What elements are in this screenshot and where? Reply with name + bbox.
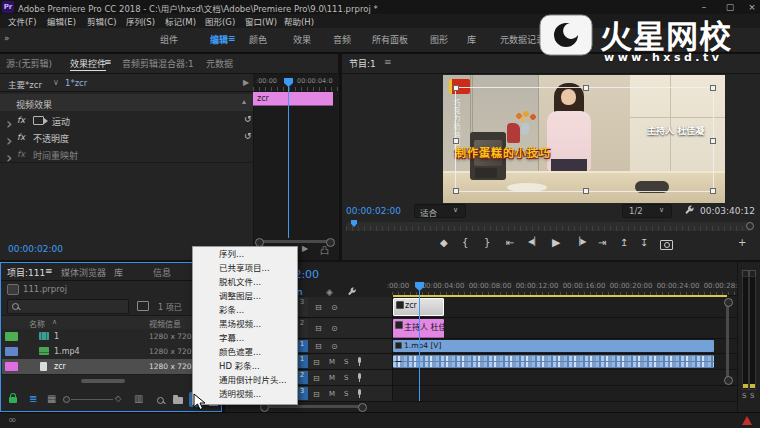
close-button[interactable]: ×: [744, 1, 760, 13]
track-v2-header[interactable]: 2 ⊟ ⊙: [296, 318, 393, 338]
lift-icon[interactable]: ↥: [620, 237, 628, 248]
label-swatch[interactable]: [5, 362, 18, 371]
sync-lock-icon[interactable]: ⊟: [313, 373, 320, 382]
search-input[interactable]: [22, 300, 126, 313]
menu-window[interactable]: 窗口(W): [245, 15, 277, 27]
solo-right-button[interactable]: S: [750, 392, 754, 400]
tab-audio-clip-mixer[interactable]: 音频剪辑混合器:1: [122, 57, 194, 70]
program-video-frame[interactable]: 巧克力奶油蛋糕 主持人 杜佳凝 制作蛋糕的小技巧: [443, 75, 725, 203]
menu-file[interactable]: 文件(F): [8, 15, 37, 27]
label-swatch[interactable]: [5, 347, 18, 356]
track-a3-header[interactable]: 3 ⊟ M S: [296, 386, 393, 401]
mute-button[interactable]: M: [329, 374, 335, 382]
menu-item-universal-counting-leader[interactable]: 通用倒计时片头...: [193, 373, 297, 387]
item-name[interactable]: zcr: [54, 362, 66, 371]
panel-drag-pill[interactable]: [81, 379, 125, 383]
sort-ascending-icon[interactable]: ∧: [52, 318, 57, 326]
search-box[interactable]: [7, 299, 129, 314]
menu-edit[interactable]: 编辑(E): [47, 15, 76, 27]
list-view-icon[interactable]: ≣: [29, 393, 37, 404]
menu-clip[interactable]: 剪辑(C): [87, 15, 117, 27]
mute-button[interactable]: M: [329, 358, 335, 366]
play-icon[interactable]: ▶: [552, 236, 560, 249]
project-file-name[interactable]: 111.prproj: [23, 284, 67, 294]
solo-button[interactable]: S: [344, 390, 348, 398]
mark-in-icon[interactable]: {: [462, 237, 468, 248]
project-row-sequence[interactable]: 1 1280 x 720 (1.0: [2, 329, 221, 345]
effect-lane-scrollbar[interactable]: [258, 240, 330, 243]
clip-1mp4-audio[interactable]: [393, 355, 714, 368]
program-scrubber[interactable]: [346, 222, 754, 231]
tab-metadata[interactable]: 元数据: [206, 57, 233, 70]
voiceover-mic-icon[interactable]: [358, 373, 361, 379]
workspace-overflow-icon[interactable]: »: [4, 33, 10, 43]
track-a2[interactable]: 2 ⊟ M S: [225, 370, 737, 386]
workspace-tab-effects[interactable]: 效果: [293, 33, 311, 46]
track-v1[interactable]: 1 ⊟ ⊙ 1.mp4 [V]: [225, 339, 737, 354]
menu-graphics[interactable]: 图形(G): [205, 15, 235, 27]
tab-info[interactable]: 信息: [153, 266, 171, 279]
workspace-tab-assembly[interactable]: 组件: [160, 33, 178, 46]
tab-source-monitor[interactable]: 源:(无剪辑): [6, 57, 52, 70]
go-to-in-icon[interactable]: ⇤: [506, 237, 514, 248]
toggle-track-output-eye-icon[interactable]: ⊙: [331, 342, 338, 351]
project-writable-lock-icon[interactable]: [9, 397, 17, 403]
effect-mini-ruler[interactable]: :00:00 00:00:04:0: [253, 74, 338, 91]
go-to-out-icon[interactable]: ⇥: [598, 237, 606, 248]
play-effects-icon[interactable]: ▶: [243, 78, 249, 87]
vscrollbar-handle-bottom[interactable]: [724, 376, 733, 385]
menu-item-sequence[interactable]: 序列...: [193, 247, 297, 261]
menu-item-color-matte[interactable]: 颜色遮罩...: [193, 345, 297, 359]
sync-lock-icon[interactable]: ⊟: [315, 303, 322, 312]
find-icon[interactable]: [157, 397, 164, 404]
track-v3-header[interactable]: 3 ⊟ ⊙: [296, 297, 393, 317]
tab-program-monitor[interactable]: 节目:1: [349, 57, 376, 70]
workspace-tab-metadata-logging[interactable]: 元数据记录: [500, 33, 545, 46]
sync-lock-icon[interactable]: ⊟: [315, 342, 322, 351]
item-name[interactable]: 1.mp4: [54, 347, 80, 356]
tab-media-browser[interactable]: 媒体浏览器: [61, 266, 106, 279]
hscrollbar-handle-right[interactable]: [358, 403, 367, 412]
timeline-settings-wrench-icon[interactable]: [347, 287, 357, 297]
video-effects-section[interactable]: 视频效果 ▴: [0, 94, 253, 112]
effect-lane-clip[interactable]: zcr: [253, 92, 333, 106]
workspace-tab-editing[interactable]: 编辑: [210, 33, 228, 46]
menu-item-bars[interactable]: 彩条...: [193, 303, 297, 317]
voiceover-mic-icon[interactable]: [358, 389, 361, 395]
fx-badge-icon[interactable]: fx: [17, 115, 25, 125]
workspace-tab-color[interactable]: 颜色: [249, 33, 267, 46]
column-video-info[interactable]: 视频信息: [149, 318, 181, 329]
tab-effect-controls[interactable]: 效果控件: [70, 57, 106, 70]
item-name[interactable]: 1: [54, 332, 59, 341]
workspace-tab-libraries[interactable]: 库: [467, 33, 476, 46]
workspace-tab-all-panels[interactable]: 所有面板: [372, 33, 408, 46]
collapse-section-icon[interactable]: ▴: [242, 97, 246, 106]
clip-transform-selection[interactable]: [455, 87, 714, 192]
reset-effect-icon[interactable]: ↺: [244, 114, 252, 124]
icon-view-icon[interactable]: ▦: [47, 393, 56, 404]
effect-row-time-remapping[interactable]: › fx 时间重映射: [0, 145, 253, 163]
menu-item-transparent-video[interactable]: 透明视频...: [193, 387, 297, 401]
voiceover-mic-icon[interactable]: [358, 357, 361, 363]
audio-meters-panel[interactable]: S S: [738, 262, 760, 412]
menu-sequence[interactable]: 序列(S): [126, 15, 155, 27]
search-bin-icon[interactable]: [137, 301, 149, 311]
timeline-playhead-line[interactable]: [419, 288, 420, 401]
track-a1-header[interactable]: 1 ⊟ M S: [296, 354, 393, 369]
step-forward-icon[interactable]: ▕▶: [574, 237, 586, 246]
expand-icon[interactable]: ›: [6, 148, 12, 167]
timeline-ruler[interactable]: :00:00 00:00:04:00 00:00:08:00 00:00:12:…: [392, 281, 737, 296]
tab-libraries[interactable]: 库: [114, 266, 123, 279]
zoom-slider-thumb[interactable]: [63, 396, 70, 403]
track-a1[interactable]: 1 ⊟ M S: [225, 354, 737, 370]
track-a2-header[interactable]: 2 ⊟ M S: [296, 370, 393, 385]
solo-left-button[interactable]: S: [742, 392, 746, 400]
maximize-button[interactable]: ▢: [722, 1, 738, 13]
toggle-track-output-eye-icon[interactable]: ⊙: [331, 324, 338, 333]
mark-out-icon[interactable]: }: [484, 237, 490, 248]
warning-icon[interactable]: [742, 416, 752, 425]
program-panel-menu-icon[interactable]: ≡: [384, 57, 392, 67]
add-marker-icon[interactable]: ◈: [326, 287, 333, 297]
track-v3[interactable]: 3 ⊟ ⊙ zcr: [225, 297, 737, 318]
workspace-tab-graphics[interactable]: 图形: [430, 33, 448, 46]
